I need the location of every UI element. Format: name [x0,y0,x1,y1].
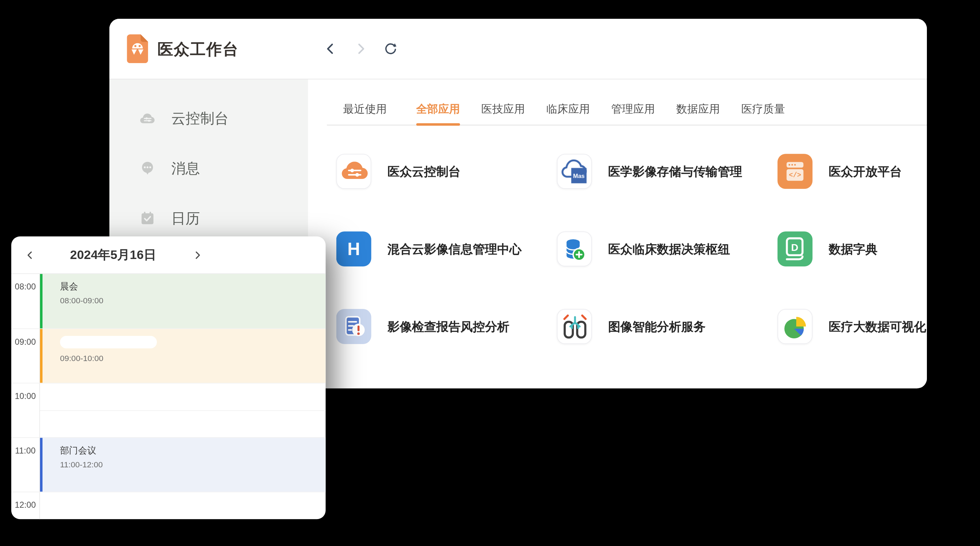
pie-chart-icon [778,309,813,344]
refresh-button[interactable] [384,42,398,56]
database-plus-icon [557,231,592,267]
time-label: 09:00 [11,329,40,383]
green-dictionary-icon: D [778,231,813,267]
cloud-settings-icon [139,110,156,125]
sidebar-item-messages[interactable]: 消息 [110,143,308,193]
tab-recently-used[interactable]: 最近使用 [343,101,387,116]
calendar-slot[interactable]: 09:00-10:00 [40,329,326,383]
app-cloud-console[interactable]: 医众云控制台 [336,154,557,189]
event-time: 08:00-09:00 [60,296,325,305]
app-grid-row: 影像检查报告风控分析 [336,309,927,344]
app-label: 医众临床数据决策枢纽 [608,241,730,258]
calendar-panel: 2024年5月16日 08:00 晨会 08:00-09:00 09:00 [11,236,326,519]
calendar-check-icon [139,211,156,226]
app-report-risk-analysis[interactable]: 影像检查报告风控分析 [336,309,557,344]
calendar-row-1200: 12:00 [11,492,326,519]
time-label: 12:00 [11,492,40,519]
sidebar-item-label: 云控制台 [171,109,229,128]
svg-text:</>: </> [789,171,801,179]
app-label: 图像智能分析服务 [608,318,706,335]
calendar-header: 2024年5月16日 [11,236,326,274]
event-department-meeting[interactable]: 部门会议 11:00-12:00 [40,438,326,492]
event-time: 09:00-10:00 [60,353,325,362]
app-data-dictionary[interactable]: D 数据字典 [778,231,927,267]
window-title: 医众工作台 [158,38,239,59]
tab-management-apps[interactable]: 管理应用 [611,101,655,116]
app-hybrid-cloud-center[interactable]: H 混合云影像信息管理中心 [336,231,557,267]
sidebar-item-label: 消息 [171,159,200,178]
svg-text:H: H [347,239,360,259]
time-label: 11:00 [11,438,40,492]
calendar-row-0800: 08:00 晨会 08:00-09:00 [11,274,326,329]
tab-medtech-apps[interactable]: 医技应用 [481,101,525,116]
calendar-row-0900: 09:00 09:00-10:00 [11,329,326,383]
sidebar-item-cloud-console[interactable]: 云控制台 [110,93,308,143]
app-image-ai-analysis[interactable]: 图像智能分析服务 [557,309,778,344]
time-label: 10:00 [11,383,40,437]
app-label: 影像检查报告风控分析 [387,318,509,335]
event-time: 11:00-12:00 [60,460,325,469]
app-label: 医疗大数据可视化 [829,318,926,335]
tab-data-apps[interactable]: 数据应用 [676,101,720,116]
app-grid-row: 医众云控制台 Mas 医学影像存储与传输管理 [336,154,927,189]
event-title: 部门会议 [60,445,325,456]
sidebar-item-label: 日历 [171,209,200,228]
event-title-redacted-pill [60,336,157,348]
app-label: 混合云影像信息管理中心 [387,241,522,258]
back-button[interactable] [324,42,337,56]
blue-h-icon: H [336,231,371,267]
report-alert-icon [336,309,371,344]
calendar-row-1000: 10:00 [11,383,326,437]
time-label: 08:00 [11,274,40,329]
event-morning-meeting[interactable]: 晨会 08:00-09:00 [40,274,326,329]
tab-medical-quality[interactable]: 医疗质量 [741,101,785,116]
app-logo-icon [127,34,148,63]
event-title: 晨会 [60,281,325,292]
svg-text:Mas: Mas [573,172,585,179]
app-label: 医学影像存储与传输管理 [608,163,743,180]
app-label: 医众云控制台 [387,163,461,180]
window-header: 医众工作台 [110,19,927,79]
refresh-icon [384,42,398,56]
calendar-prev-day-button[interactable] [25,251,34,259]
calendar-slot[interactable] [40,383,326,437]
lungs-analysis-icon [557,309,592,344]
calendar-slot[interactable] [40,492,326,519]
app-grid-row: H 混合云影像信息管理中心 [336,231,927,267]
svg-text:D: D [791,242,798,253]
calendar-slot[interactable]: 部门会议 11:00-12:00 [40,438,326,492]
tab-bar: 最近使用 全部应用 医技应用 临床应用 管理应用 数据应用 医疗质量 [327,79,927,126]
content-area: 最近使用 全部应用 医技应用 临床应用 管理应用 数据应用 医疗质量 [308,79,927,388]
sidebar-item-calendar[interactable]: 日历 [110,193,308,243]
nav-buttons [324,42,397,56]
calendar-next-day-button[interactable] [193,251,202,259]
app-label: 数据字典 [829,241,878,258]
chevron-left-icon [324,42,337,56]
blue-cloud-mas-icon: Mas [557,154,592,189]
calendar-date: 2024年5月16日 [44,247,181,263]
orange-cloud-sliders-icon [336,154,371,189]
tab-all-apps[interactable]: 全部应用 [416,101,460,116]
app-label: 医众开放平台 [829,163,902,180]
stage: 医众工作台 [0,0,980,546]
app-open-platform[interactable]: </> 医众开放平台 [778,154,927,189]
app-big-data-visualization[interactable]: 医疗大数据可视化 [778,309,927,344]
tab-clinical-apps[interactable]: 临床应用 [546,101,590,116]
app-grid: 医众云控制台 Mas 医学影像存储与传输管理 [327,126,927,344]
chevron-right-icon [354,42,368,56]
event-redacted[interactable]: 09:00-10:00 [40,329,326,383]
app-clinical-data-hub[interactable]: 医众临床数据决策枢纽 [557,231,778,267]
calendar-slot[interactable]: 晨会 08:00-09:00 [40,274,326,329]
forward-button[interactable] [354,42,368,56]
calendar-row-1100: 11:00 部门会议 11:00-12:00 [11,437,326,492]
code-window-icon: </> [778,154,813,189]
calendar-body: 08:00 晨会 08:00-09:00 09:00 09:00-10:00 [11,274,326,519]
message-bubble-icon [139,161,156,176]
app-image-storage-transfer[interactable]: Mas 医学影像存储与传输管理 [557,154,778,189]
